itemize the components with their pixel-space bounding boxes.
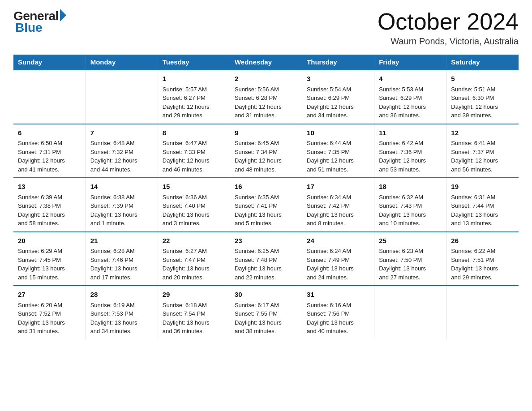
day-info: Sunrise: 6:22 AM Sunset: 7:51 PM Dayligh… [451, 247, 514, 282]
day-info: Sunrise: 5:56 AM Sunset: 6:28 PM Dayligh… [235, 85, 297, 120]
day-info: Sunrise: 6:42 AM Sunset: 7:36 PM Dayligh… [379, 139, 442, 174]
day-info: Sunrise: 6:24 AM Sunset: 7:49 PM Dayligh… [307, 247, 369, 282]
day-info: Sunrise: 6:18 AM Sunset: 7:54 PM Dayligh… [163, 301, 225, 336]
calendar-week-5: 27Sunrise: 6:20 AM Sunset: 7:52 PM Dayli… [13, 286, 519, 339]
day-number: 1 [163, 74, 225, 84]
day-info: Sunrise: 6:36 AM Sunset: 7:40 PM Dayligh… [163, 193, 225, 228]
calendar-cell: 1Sunrise: 5:57 AM Sunset: 6:27 PM Daylig… [158, 70, 230, 124]
day-number: 18 [379, 182, 442, 192]
calendar-cell: 2Sunrise: 5:56 AM Sunset: 6:28 PM Daylig… [230, 70, 302, 124]
month-title: October 2024 [378, 9, 519, 34]
day-info: Sunrise: 6:47 AM Sunset: 7:33 PM Dayligh… [163, 139, 225, 174]
calendar-week-3: 13Sunrise: 6:39 AM Sunset: 7:38 PM Dayli… [13, 178, 519, 232]
day-number: 22 [163, 236, 225, 246]
column-header-wednesday: Wednesday [230, 55, 302, 70]
day-number: 24 [307, 236, 369, 246]
calendar-cell: 5Sunrise: 5:51 AM Sunset: 6:30 PM Daylig… [446, 70, 519, 124]
calendar-cell: 18Sunrise: 6:32 AM Sunset: 7:43 PM Dayli… [374, 178, 446, 232]
day-number: 11 [379, 128, 442, 138]
day-info: Sunrise: 6:25 AM Sunset: 7:48 PM Dayligh… [235, 247, 297, 282]
day-info: Sunrise: 6:48 AM Sunset: 7:32 PM Dayligh… [90, 139, 153, 174]
calendar-cell: 30Sunrise: 6:17 AM Sunset: 7:55 PM Dayli… [230, 286, 302, 339]
day-info: Sunrise: 5:53 AM Sunset: 6:29 PM Dayligh… [379, 85, 442, 120]
day-number: 27 [18, 290, 81, 300]
calendar-cell: 4Sunrise: 5:53 AM Sunset: 6:29 PM Daylig… [374, 70, 446, 124]
day-number: 16 [235, 182, 297, 192]
calendar-cell [374, 286, 446, 339]
calendar-cell: 22Sunrise: 6:27 AM Sunset: 7:47 PM Dayli… [158, 232, 230, 286]
calendar-cell: 12Sunrise: 6:41 AM Sunset: 7:37 PM Dayli… [446, 124, 519, 178]
day-number: 13 [18, 182, 81, 192]
day-number: 5 [451, 74, 514, 84]
day-info: Sunrise: 6:41 AM Sunset: 7:37 PM Dayligh… [451, 139, 514, 174]
calendar-cell: 8Sunrise: 6:47 AM Sunset: 7:33 PM Daylig… [158, 124, 230, 178]
day-number: 19 [451, 182, 514, 192]
calendar-cell: 24Sunrise: 6:24 AM Sunset: 7:49 PM Dayli… [302, 232, 374, 286]
column-header-saturday: Saturday [446, 55, 519, 70]
calendar-week-4: 20Sunrise: 6:29 AM Sunset: 7:45 PM Dayli… [13, 232, 519, 286]
day-info: Sunrise: 6:17 AM Sunset: 7:55 PM Dayligh… [235, 301, 297, 336]
day-number: 10 [307, 128, 369, 138]
calendar-cell: 21Sunrise: 6:28 AM Sunset: 7:46 PM Dayli… [86, 232, 158, 286]
logo-arrow-icon [60, 9, 66, 21]
day-number: 20 [18, 236, 81, 246]
day-info: Sunrise: 5:54 AM Sunset: 6:29 PM Dayligh… [307, 85, 369, 120]
calendar-header: SundayMondayTuesdayWednesdayThursdayFrid… [13, 55, 519, 70]
calendar-cell: 6Sunrise: 6:50 AM Sunset: 7:31 PM Daylig… [13, 124, 86, 178]
day-number: 2 [235, 74, 297, 84]
day-number: 6 [18, 128, 81, 138]
day-number: 12 [451, 128, 514, 138]
day-number: 23 [235, 236, 297, 246]
logo: General Blue [13, 9, 66, 35]
day-info: Sunrise: 6:20 AM Sunset: 7:52 PM Dayligh… [18, 301, 81, 336]
day-number: 28 [90, 290, 153, 300]
calendar-cell: 20Sunrise: 6:29 AM Sunset: 7:45 PM Dayli… [13, 232, 86, 286]
column-header-friday: Friday [374, 55, 446, 70]
day-number: 9 [235, 128, 297, 138]
day-info: Sunrise: 6:16 AM Sunset: 7:56 PM Dayligh… [307, 301, 369, 336]
calendar-cell [13, 70, 86, 124]
day-info: Sunrise: 6:27 AM Sunset: 7:47 PM Dayligh… [163, 247, 225, 282]
calendar-cell: 7Sunrise: 6:48 AM Sunset: 7:32 PM Daylig… [86, 124, 158, 178]
day-number: 29 [163, 290, 225, 300]
day-info: Sunrise: 6:34 AM Sunset: 7:42 PM Dayligh… [307, 193, 369, 228]
calendar-cell: 26Sunrise: 6:22 AM Sunset: 7:51 PM Dayli… [446, 232, 519, 286]
page-header: General Blue October 2024 Waurn Ponds, V… [13, 9, 519, 47]
calendar-cell: 23Sunrise: 6:25 AM Sunset: 7:48 PM Dayli… [230, 232, 302, 286]
day-number: 30 [235, 290, 297, 300]
column-header-tuesday: Tuesday [158, 55, 230, 70]
day-info: Sunrise: 6:32 AM Sunset: 7:43 PM Dayligh… [379, 193, 442, 228]
day-number: 21 [90, 236, 153, 246]
calendar-body: 1Sunrise: 5:57 AM Sunset: 6:27 PM Daylig… [13, 70, 519, 339]
day-info: Sunrise: 6:23 AM Sunset: 7:50 PM Dayligh… [379, 247, 442, 282]
calendar-cell: 15Sunrise: 6:36 AM Sunset: 7:40 PM Dayli… [158, 178, 230, 232]
day-info: Sunrise: 6:45 AM Sunset: 7:34 PM Dayligh… [235, 139, 297, 174]
day-info: Sunrise: 6:35 AM Sunset: 7:41 PM Dayligh… [235, 193, 297, 228]
day-number: 14 [90, 182, 153, 192]
calendar-cell: 14Sunrise: 6:38 AM Sunset: 7:39 PM Dayli… [86, 178, 158, 232]
calendar-cell [86, 70, 158, 124]
day-info: Sunrise: 6:50 AM Sunset: 7:31 PM Dayligh… [18, 139, 81, 174]
day-info: Sunrise: 5:57 AM Sunset: 6:27 PM Dayligh… [163, 85, 225, 120]
title-block: October 2024 Waurn Ponds, Victoria, Aust… [378, 9, 519, 47]
day-info: Sunrise: 6:38 AM Sunset: 7:39 PM Dayligh… [90, 193, 153, 228]
day-number: 7 [90, 128, 153, 138]
calendar-cell [446, 286, 519, 339]
calendar-cell: 10Sunrise: 6:44 AM Sunset: 7:35 PM Dayli… [302, 124, 374, 178]
calendar-cell: 25Sunrise: 6:23 AM Sunset: 7:50 PM Dayli… [374, 232, 446, 286]
day-number: 4 [379, 74, 442, 84]
calendar-cell: 27Sunrise: 6:20 AM Sunset: 7:52 PM Dayli… [13, 286, 86, 339]
day-number: 31 [307, 290, 369, 300]
calendar-cell: 13Sunrise: 6:39 AM Sunset: 7:38 PM Dayli… [13, 178, 86, 232]
header-row: SundayMondayTuesdayWednesdayThursdayFrid… [13, 55, 519, 70]
calendar-cell: 28Sunrise: 6:19 AM Sunset: 7:53 PM Dayli… [86, 286, 158, 339]
calendar-cell: 11Sunrise: 6:42 AM Sunset: 7:36 PM Dayli… [374, 124, 446, 178]
day-number: 25 [379, 236, 442, 246]
logo-blue-text: Blue [15, 21, 43, 35]
day-info: Sunrise: 6:44 AM Sunset: 7:35 PM Dayligh… [307, 139, 369, 174]
day-number: 3 [307, 74, 369, 84]
day-number: 8 [163, 128, 225, 138]
day-info: Sunrise: 6:31 AM Sunset: 7:44 PM Dayligh… [451, 193, 514, 228]
day-info: Sunrise: 6:29 AM Sunset: 7:45 PM Dayligh… [18, 247, 81, 282]
day-info: Sunrise: 6:19 AM Sunset: 7:53 PM Dayligh… [90, 301, 153, 336]
